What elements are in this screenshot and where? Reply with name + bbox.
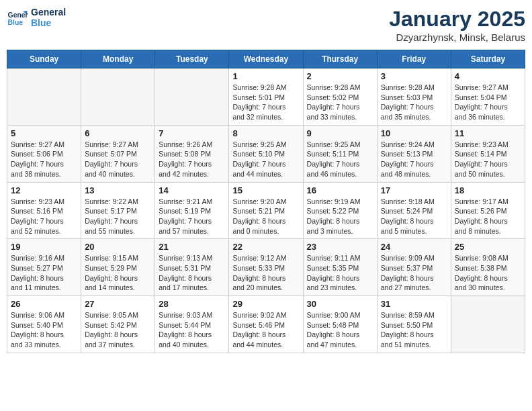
weekday-header: Wednesday xyxy=(229,50,303,68)
calendar-day-cell: 23Sunrise: 9:11 AM Sunset: 5:35 PM Dayli… xyxy=(303,239,377,296)
day-info: Sunrise: 9:08 AM Sunset: 5:38 PM Dayligh… xyxy=(455,253,521,293)
day-number: 8 xyxy=(232,128,299,138)
day-number: 3 xyxy=(381,71,447,81)
day-info: Sunrise: 9:28 AM Sunset: 5:02 PM Dayligh… xyxy=(307,83,373,122)
calendar-day-cell: 19Sunrise: 9:16 AM Sunset: 5:27 PM Dayli… xyxy=(7,239,81,296)
calendar-week-row: 26Sunrise: 9:06 AM Sunset: 5:40 PM Dayli… xyxy=(7,296,525,353)
calendar-day-cell xyxy=(7,68,81,126)
calendar-day-cell: 9Sunrise: 9:25 AM Sunset: 5:11 PM Daylig… xyxy=(303,125,377,182)
calendar-day-cell: 25Sunrise: 9:08 AM Sunset: 5:38 PM Dayli… xyxy=(451,239,525,296)
day-number: 10 xyxy=(381,128,447,138)
calendar-day-cell: 18Sunrise: 9:17 AM Sunset: 5:26 PM Dayli… xyxy=(451,182,525,239)
day-info: Sunrise: 9:00 AM Sunset: 5:48 PM Dayligh… xyxy=(307,310,373,350)
calendar-day-cell: 31Sunrise: 8:59 AM Sunset: 5:50 PM Dayli… xyxy=(377,296,451,353)
calendar-day-cell: 30Sunrise: 9:00 AM Sunset: 5:48 PM Dayli… xyxy=(303,296,377,353)
calendar-day-cell: 5Sunrise: 9:27 AM Sunset: 5:06 PM Daylig… xyxy=(7,125,81,182)
day-number: 1 xyxy=(232,71,299,81)
logo: General Blue General Blue xyxy=(7,7,66,28)
calendar-week-row: 1Sunrise: 9:28 AM Sunset: 5:01 PM Daylig… xyxy=(7,68,525,126)
calendar-day-cell: 4Sunrise: 9:27 AM Sunset: 5:04 PM Daylig… xyxy=(451,68,525,126)
day-info: Sunrise: 9:25 AM Sunset: 5:11 PM Dayligh… xyxy=(307,140,373,179)
weekday-header: Monday xyxy=(81,50,155,68)
day-info: Sunrise: 9:26 AM Sunset: 5:08 PM Dayligh… xyxy=(159,140,225,179)
calendar-day-cell: 21Sunrise: 9:13 AM Sunset: 5:31 PM Dayli… xyxy=(155,239,229,296)
calendar-week-row: 12Sunrise: 9:23 AM Sunset: 5:16 PM Dayli… xyxy=(7,182,525,239)
weekday-header: Thursday xyxy=(303,50,377,68)
day-info: Sunrise: 9:27 AM Sunset: 5:06 PM Dayligh… xyxy=(11,140,77,179)
day-number: 15 xyxy=(232,185,299,195)
day-info: Sunrise: 9:28 AM Sunset: 5:03 PM Dayligh… xyxy=(381,83,447,122)
day-number: 18 xyxy=(455,185,521,195)
day-info: Sunrise: 9:13 AM Sunset: 5:31 PM Dayligh… xyxy=(159,253,225,293)
calendar-day-cell: 11Sunrise: 9:23 AM Sunset: 5:14 PM Dayli… xyxy=(451,125,525,182)
calendar-day-cell: 26Sunrise: 9:06 AM Sunset: 5:40 PM Dayli… xyxy=(7,296,81,353)
day-info: Sunrise: 9:19 AM Sunset: 5:22 PM Dayligh… xyxy=(307,197,373,236)
day-info: Sunrise: 9:27 AM Sunset: 5:04 PM Dayligh… xyxy=(455,83,521,122)
day-number: 26 xyxy=(11,299,77,309)
svg-text:Blue: Blue xyxy=(8,19,24,26)
day-number: 4 xyxy=(455,71,521,81)
weekday-header-row: SundayMondayTuesdayWednesdayThursdayFrid… xyxy=(7,50,525,68)
calendar-day-cell: 7Sunrise: 9:26 AM Sunset: 5:08 PM Daylig… xyxy=(155,125,229,182)
calendar-day-cell: 27Sunrise: 9:05 AM Sunset: 5:42 PM Dayli… xyxy=(81,296,155,353)
day-number: 19 xyxy=(11,242,77,252)
day-info: Sunrise: 9:22 AM Sunset: 5:17 PM Dayligh… xyxy=(85,197,151,236)
weekday-header: Tuesday xyxy=(155,50,229,68)
day-number: 25 xyxy=(455,242,521,252)
calendar-day-cell xyxy=(155,68,229,126)
day-number: 20 xyxy=(85,242,151,252)
day-info: Sunrise: 9:20 AM Sunset: 5:21 PM Dayligh… xyxy=(232,197,299,236)
calendar-day-cell: 20Sunrise: 9:15 AM Sunset: 5:29 PM Dayli… xyxy=(81,239,155,296)
day-info: Sunrise: 9:05 AM Sunset: 5:42 PM Dayligh… xyxy=(85,310,151,350)
day-info: Sunrise: 9:21 AM Sunset: 5:19 PM Dayligh… xyxy=(159,197,225,236)
calendar-day-cell: 1Sunrise: 9:28 AM Sunset: 5:01 PM Daylig… xyxy=(229,68,303,126)
day-info: Sunrise: 9:06 AM Sunset: 5:40 PM Dayligh… xyxy=(11,310,77,350)
day-number: 6 xyxy=(85,128,151,138)
day-info: Sunrise: 9:16 AM Sunset: 5:27 PM Dayligh… xyxy=(11,253,77,293)
logo-icon: General Blue xyxy=(7,7,28,28)
logo-line2: Blue xyxy=(31,17,66,28)
day-number: 2 xyxy=(307,71,373,81)
day-number: 28 xyxy=(159,299,225,309)
day-number: 13 xyxy=(85,185,151,195)
calendar-day-cell xyxy=(81,68,155,126)
day-number: 16 xyxy=(307,185,373,195)
day-info: Sunrise: 9:25 AM Sunset: 5:10 PM Dayligh… xyxy=(232,140,299,179)
calendar-day-cell: 3Sunrise: 9:28 AM Sunset: 5:03 PM Daylig… xyxy=(377,68,451,126)
calendar-day-cell: 8Sunrise: 9:25 AM Sunset: 5:10 PM Daylig… xyxy=(229,125,303,182)
calendar-week-row: 19Sunrise: 9:16 AM Sunset: 5:27 PM Dayli… xyxy=(7,239,525,296)
calendar-day-cell: 24Sunrise: 9:09 AM Sunset: 5:37 PM Dayli… xyxy=(377,239,451,296)
calendar-title-area: January 2025 Dzyarzhynsk, Minsk, Belarus xyxy=(389,7,525,43)
day-number: 27 xyxy=(85,299,151,309)
calendar-day-cell: 16Sunrise: 9:19 AM Sunset: 5:22 PM Dayli… xyxy=(303,182,377,239)
weekday-header: Saturday xyxy=(451,50,525,68)
day-info: Sunrise: 9:03 AM Sunset: 5:44 PM Dayligh… xyxy=(159,310,225,350)
weekday-header: Friday xyxy=(377,50,451,68)
calendar-week-row: 5Sunrise: 9:27 AM Sunset: 5:06 PM Daylig… xyxy=(7,125,525,182)
day-info: Sunrise: 9:11 AM Sunset: 5:35 PM Dayligh… xyxy=(307,253,373,293)
day-number: 30 xyxy=(307,299,373,309)
calendar-day-cell: 2Sunrise: 9:28 AM Sunset: 5:02 PM Daylig… xyxy=(303,68,377,126)
calendar-subtitle: Dzyarzhynsk, Minsk, Belarus xyxy=(389,32,525,43)
day-number: 24 xyxy=(381,242,447,252)
day-info: Sunrise: 9:15 AM Sunset: 5:29 PM Dayligh… xyxy=(85,253,151,293)
logo-line1: General xyxy=(31,7,66,17)
day-info: Sunrise: 9:27 AM Sunset: 5:07 PM Dayligh… xyxy=(85,140,151,179)
day-number: 11 xyxy=(455,128,521,138)
day-number: 22 xyxy=(232,242,299,252)
day-number: 29 xyxy=(232,299,299,309)
day-number: 12 xyxy=(11,185,77,195)
calendar-day-cell: 14Sunrise: 9:21 AM Sunset: 5:19 PM Dayli… xyxy=(155,182,229,239)
day-info: Sunrise: 9:24 AM Sunset: 5:13 PM Dayligh… xyxy=(381,140,447,179)
day-number: 7 xyxy=(159,128,225,138)
calendar-day-cell xyxy=(451,296,525,353)
day-number: 23 xyxy=(307,242,373,252)
day-info: Sunrise: 9:09 AM Sunset: 5:37 PM Dayligh… xyxy=(381,253,447,293)
page-header: General Blue General Blue January 2025 D… xyxy=(7,7,525,43)
calendar-day-cell: 28Sunrise: 9:03 AM Sunset: 5:44 PM Dayli… xyxy=(155,296,229,353)
calendar-table: SundayMondayTuesdayWednesdayThursdayFrid… xyxy=(7,50,525,353)
day-number: 21 xyxy=(159,242,225,252)
calendar-day-cell: 17Sunrise: 9:18 AM Sunset: 5:24 PM Dayli… xyxy=(377,182,451,239)
calendar-title: January 2025 xyxy=(389,7,525,32)
day-info: Sunrise: 9:02 AM Sunset: 5:46 PM Dayligh… xyxy=(232,310,299,350)
